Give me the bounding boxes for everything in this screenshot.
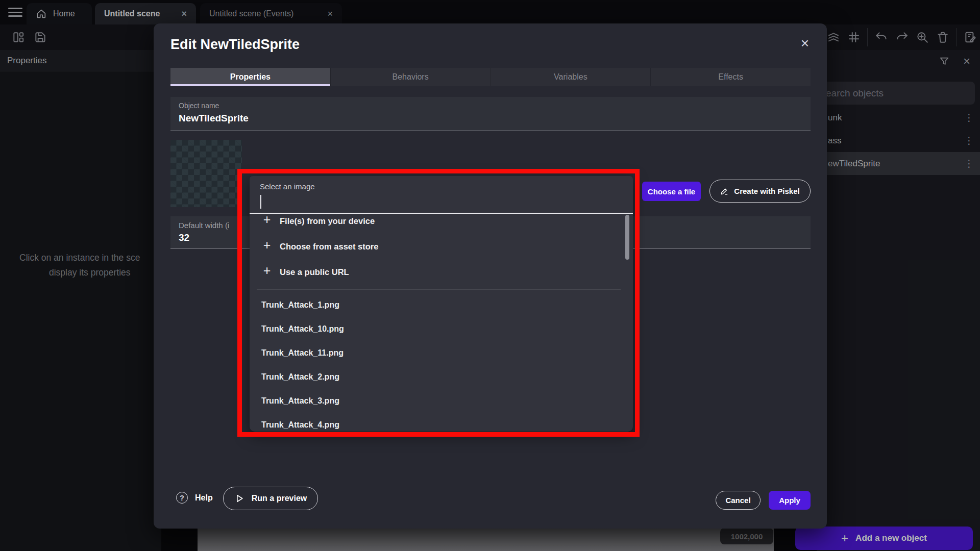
close-icon[interactable]: × [796, 35, 814, 52]
tab-effects[interactable]: Effects [650, 68, 811, 86]
menu-divider [257, 289, 621, 290]
run-a-preview-button[interactable]: Run a preview [223, 487, 318, 510]
tab-properties[interactable]: Properties [170, 68, 330, 86]
default-width-value: 32 [179, 232, 189, 243]
help-icon: ? [176, 492, 188, 504]
plus-icon: + [261, 263, 273, 278]
tab-behaviors[interactable]: Behaviors [330, 68, 491, 86]
help-button[interactable]: ? Help [176, 492, 213, 504]
plus-icon: + [261, 238, 273, 253]
plus-icon: + [261, 212, 273, 227]
create-with-piskel-button[interactable]: Create with Piskel [709, 180, 811, 203]
menu-item-file[interactable]: Trunk_Attack_2.png [250, 364, 633, 390]
menu-item-file[interactable]: Trunk_Attack_1.png [250, 292, 633, 318]
menu-item-files-from-device[interactable]: + File(s) from your device [250, 208, 633, 234]
object-name-value: NewTiledSprite [179, 113, 249, 124]
menu-item-file[interactable]: Trunk_Attack_4.png [250, 412, 633, 432]
dialog-tabs: Properties Behaviors Variables Effects [170, 68, 811, 86]
choose-a-file-button[interactable]: Choose a file [642, 182, 701, 201]
object-name-label: Object name [179, 102, 219, 110]
menu-item-file[interactable]: Trunk_Attack_11.png [250, 340, 633, 366]
menu-item-file[interactable]: Trunk_Attack_3.png [250, 388, 633, 414]
dialog-title: Edit NewTiledSprite [170, 37, 300, 53]
menu-item-file[interactable]: Trunk_Attack_10.png [250, 316, 633, 342]
object-name-field[interactable]: Object name NewTiledSprite [170, 97, 811, 131]
app-window: Home Untitled scene × Untitled scene (Ev… [0, 0, 980, 551]
apply-button[interactable]: Apply [769, 491, 811, 510]
pencil-icon [720, 187, 729, 195]
cancel-button[interactable]: Cancel [716, 491, 761, 510]
select-image-label: Select an image [260, 182, 315, 191]
play-icon [234, 493, 244, 504]
select-image-dropdown: Select an image + File(s) from your devi… [250, 176, 633, 432]
edit-object-dialog: Edit NewTiledSprite × Properties Behavio… [154, 23, 827, 529]
menu-item-public-url[interactable]: + Use a public URL [250, 259, 633, 285]
tab-variables[interactable]: Variables [491, 68, 651, 86]
sprite-preview-checkerboard [170, 140, 242, 207]
dropdown-scrollbar[interactable] [625, 215, 629, 260]
text-cursor [260, 195, 261, 209]
menu-item-choose-asset-store[interactable]: + Choose from asset store [250, 234, 633, 259]
default-width-label: Default width (i [179, 221, 229, 230]
